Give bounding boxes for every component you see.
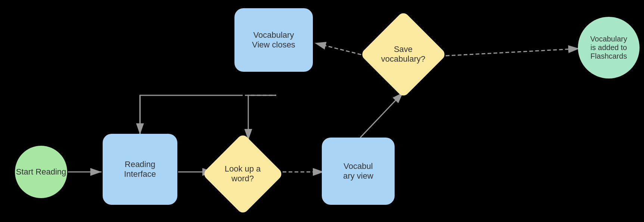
svg-line-6: [315, 43, 367, 56]
start-reading-label: Start Reading: [16, 167, 66, 177]
flowchart-diagram: Start Reading ReadingInterface Look up a…: [0, 0, 644, 222]
svg-line-5: [360, 92, 403, 138]
look-up-word-node: Look up aword?: [202, 140, 284, 207]
start-reading-node: Start Reading: [15, 146, 67, 198]
vocabulary-view-label: Vocabulary view: [343, 161, 373, 181]
added-to-flashcards-label: Vocabularyis added toFlashcards: [590, 35, 627, 61]
save-vocabulary-node: Savevocabulary?: [364, 15, 442, 93]
look-up-word-diamond: [202, 133, 283, 215]
reading-interface-node: ReadingInterface: [103, 134, 177, 205]
save-vocabulary-diamond: [360, 10, 447, 98]
reading-interface-label: ReadingInterface: [124, 160, 156, 179]
vocabulary-view-node: Vocabulary view: [322, 138, 395, 205]
svg-line-7: [440, 49, 579, 56]
vocabulary-view-closes-label: VocabularyView closes: [252, 30, 295, 50]
vocabulary-view-closes-node: VocabularyView closes: [234, 8, 313, 72]
added-to-flashcards-node: Vocabularyis added toFlashcards: [578, 17, 640, 78]
